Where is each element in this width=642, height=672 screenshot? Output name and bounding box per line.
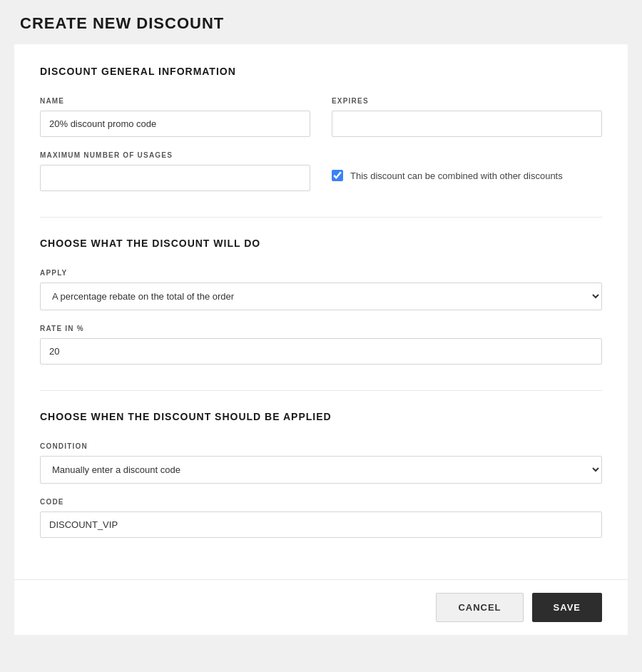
condition-group: CONDITION Manually enter a discount code… <box>40 442 602 484</box>
combinable-label: This discount can be combined with other… <box>350 170 563 181</box>
rate-group: RATE IN % <box>40 325 602 365</box>
rate-label: RATE IN % <box>40 325 602 332</box>
section-general: DISCOUNT GENERAL INFORMATION NAME EXPIRE… <box>40 66 602 191</box>
apply-group: APPLY A percentage rebate on the total o… <box>40 269 602 310</box>
code-group: CODE <box>40 498 602 538</box>
condition-label: CONDITION <box>40 442 602 450</box>
page-title: CREATE NEW DISCOUNT <box>20 14 622 33</box>
apply-label: APPLY <box>40 269 602 277</box>
footer-actions: CANCEL SAVE <box>14 579 628 635</box>
main-form: DISCOUNT GENERAL INFORMATION NAME EXPIRE… <box>14 44 628 635</box>
max-usages-row: MAXIMUM NUMBER OF USAGES This discount c… <box>40 151 602 191</box>
divider-2 <box>40 390 602 391</box>
expires-label: EXPIRES <box>332 97 602 105</box>
section-action: CHOOSE WHAT THE DISCOUNT WILL DO APPLY A… <box>40 238 602 365</box>
code-label: CODE <box>40 498 602 506</box>
section-general-title: DISCOUNT GENERAL INFORMATION <box>40 66 602 77</box>
combinable-group: This discount can be combined with other… <box>332 151 602 191</box>
combinable-row: This discount can be combined with other… <box>332 151 602 181</box>
code-input[interactable] <box>40 511 602 538</box>
section-action-title: CHOOSE WHAT THE DISCOUNT WILL DO <box>40 238 602 249</box>
rate-input[interactable] <box>40 338 602 365</box>
combinable-checkbox[interactable] <box>332 170 343 181</box>
name-label: NAME <box>40 97 310 105</box>
apply-select[interactable]: A percentage rebate on the total of the … <box>40 282 602 310</box>
divider-1 <box>40 217 602 218</box>
cancel-button[interactable]: CANCEL <box>436 593 523 622</box>
expires-input[interactable] <box>332 111 602 137</box>
max-usages-input[interactable] <box>40 165 310 191</box>
max-usages-group: MAXIMUM NUMBER OF USAGES <box>40 151 310 191</box>
expires-group: EXPIRES <box>332 97 602 137</box>
name-input[interactable] <box>40 111 310 137</box>
section-condition-title: CHOOSE WHEN THE DISCOUNT SHOULD BE APPLI… <box>40 411 602 422</box>
condition-select[interactable]: Manually enter a discount code Automatic… <box>40 456 602 484</box>
name-expires-row: NAME EXPIRES <box>40 97 602 137</box>
save-button[interactable]: SAVE <box>532 593 602 622</box>
max-usages-label: MAXIMUM NUMBER OF USAGES <box>40 151 310 159</box>
section-condition: CHOOSE WHEN THE DISCOUNT SHOULD BE APPLI… <box>40 411 602 538</box>
name-group: NAME <box>40 97 310 137</box>
